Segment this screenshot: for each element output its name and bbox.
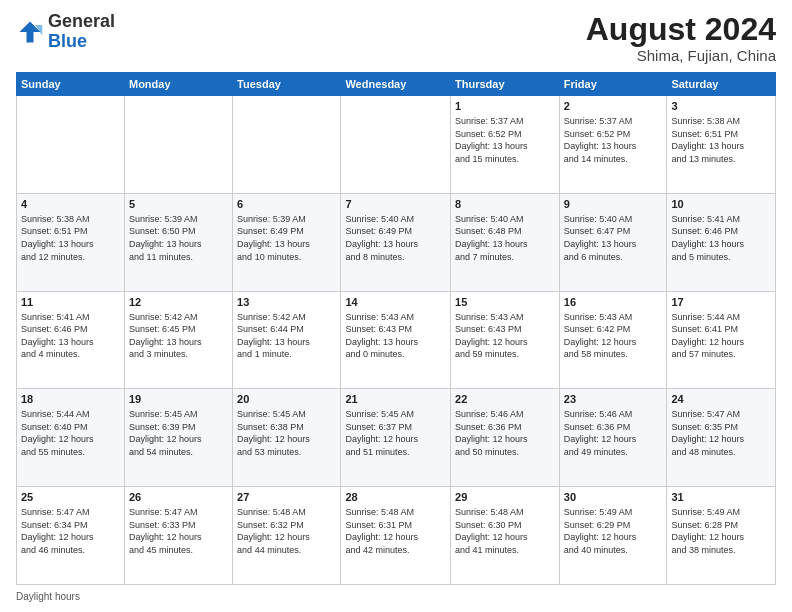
day-info: Sunrise: 5:44 AM Sunset: 6:40 PM Dayligh… bbox=[21, 408, 120, 458]
calendar-cell: 29Sunrise: 5:48 AM Sunset: 6:30 PM Dayli… bbox=[451, 487, 560, 585]
calendar-week-1: 4Sunrise: 5:38 AM Sunset: 6:51 PM Daylig… bbox=[17, 193, 776, 291]
day-info: Sunrise: 5:48 AM Sunset: 6:30 PM Dayligh… bbox=[455, 506, 555, 556]
day-info: Sunrise: 5:43 AM Sunset: 6:43 PM Dayligh… bbox=[345, 311, 446, 361]
day-info: Sunrise: 5:46 AM Sunset: 6:36 PM Dayligh… bbox=[455, 408, 555, 458]
day-number: 27 bbox=[237, 490, 336, 505]
day-info: Sunrise: 5:49 AM Sunset: 6:29 PM Dayligh… bbox=[564, 506, 663, 556]
calendar-cell: 26Sunrise: 5:47 AM Sunset: 6:33 PM Dayli… bbox=[124, 487, 232, 585]
day-number: 24 bbox=[671, 392, 771, 407]
location: Shima, Fujian, China bbox=[586, 47, 776, 64]
svg-marker-0 bbox=[20, 21, 41, 42]
calendar-header-thursday: Thursday bbox=[451, 73, 560, 96]
day-number: 8 bbox=[455, 197, 555, 212]
day-number: 29 bbox=[455, 490, 555, 505]
day-number: 15 bbox=[455, 295, 555, 310]
day-number: 13 bbox=[237, 295, 336, 310]
calendar-cell: 25Sunrise: 5:47 AM Sunset: 6:34 PM Dayli… bbox=[17, 487, 125, 585]
day-number: 30 bbox=[564, 490, 663, 505]
calendar-cell: 17Sunrise: 5:44 AM Sunset: 6:41 PM Dayli… bbox=[667, 291, 776, 389]
logo-text: General Blue bbox=[48, 12, 115, 52]
calendar-cell bbox=[233, 96, 341, 194]
calendar-cell: 14Sunrise: 5:43 AM Sunset: 6:43 PM Dayli… bbox=[341, 291, 451, 389]
daylight-label: Daylight hours bbox=[16, 591, 80, 602]
day-number: 21 bbox=[345, 392, 446, 407]
day-info: Sunrise: 5:43 AM Sunset: 6:43 PM Dayligh… bbox=[455, 311, 555, 361]
day-info: Sunrise: 5:39 AM Sunset: 6:49 PM Dayligh… bbox=[237, 213, 336, 263]
day-number: 9 bbox=[564, 197, 663, 212]
day-info: Sunrise: 5:37 AM Sunset: 6:52 PM Dayligh… bbox=[564, 115, 663, 165]
calendar-cell: 21Sunrise: 5:45 AM Sunset: 6:37 PM Dayli… bbox=[341, 389, 451, 487]
logo: General Blue bbox=[16, 12, 115, 52]
calendar-cell: 20Sunrise: 5:45 AM Sunset: 6:38 PM Dayli… bbox=[233, 389, 341, 487]
day-info: Sunrise: 5:40 AM Sunset: 6:48 PM Dayligh… bbox=[455, 213, 555, 263]
calendar-cell: 27Sunrise: 5:48 AM Sunset: 6:32 PM Dayli… bbox=[233, 487, 341, 585]
day-number: 12 bbox=[129, 295, 228, 310]
day-info: Sunrise: 5:42 AM Sunset: 6:44 PM Dayligh… bbox=[237, 311, 336, 361]
day-info: Sunrise: 5:42 AM Sunset: 6:45 PM Dayligh… bbox=[129, 311, 228, 361]
day-number: 4 bbox=[21, 197, 120, 212]
calendar-week-3: 18Sunrise: 5:44 AM Sunset: 6:40 PM Dayli… bbox=[17, 389, 776, 487]
day-number: 16 bbox=[564, 295, 663, 310]
day-number: 1 bbox=[455, 99, 555, 114]
day-number: 5 bbox=[129, 197, 228, 212]
day-info: Sunrise: 5:43 AM Sunset: 6:42 PM Dayligh… bbox=[564, 311, 663, 361]
day-number: 25 bbox=[21, 490, 120, 505]
day-info: Sunrise: 5:47 AM Sunset: 6:35 PM Dayligh… bbox=[671, 408, 771, 458]
page: General Blue August 2024 Shima, Fujian, … bbox=[0, 0, 792, 612]
day-number: 19 bbox=[129, 392, 228, 407]
calendar-cell: 12Sunrise: 5:42 AM Sunset: 6:45 PM Dayli… bbox=[124, 291, 232, 389]
day-info: Sunrise: 5:48 AM Sunset: 6:31 PM Dayligh… bbox=[345, 506, 446, 556]
day-info: Sunrise: 5:38 AM Sunset: 6:51 PM Dayligh… bbox=[671, 115, 771, 165]
day-info: Sunrise: 5:41 AM Sunset: 6:46 PM Dayligh… bbox=[671, 213, 771, 263]
calendar-cell: 13Sunrise: 5:42 AM Sunset: 6:44 PM Dayli… bbox=[233, 291, 341, 389]
day-number: 20 bbox=[237, 392, 336, 407]
calendar-cell: 5Sunrise: 5:39 AM Sunset: 6:50 PM Daylig… bbox=[124, 193, 232, 291]
day-info: Sunrise: 5:45 AM Sunset: 6:39 PM Dayligh… bbox=[129, 408, 228, 458]
calendar-cell: 24Sunrise: 5:47 AM Sunset: 6:35 PM Dayli… bbox=[667, 389, 776, 487]
calendar-cell: 10Sunrise: 5:41 AM Sunset: 6:46 PM Dayli… bbox=[667, 193, 776, 291]
calendar-cell: 22Sunrise: 5:46 AM Sunset: 6:36 PM Dayli… bbox=[451, 389, 560, 487]
calendar-cell: 30Sunrise: 5:49 AM Sunset: 6:29 PM Dayli… bbox=[559, 487, 667, 585]
calendar-cell: 15Sunrise: 5:43 AM Sunset: 6:43 PM Dayli… bbox=[451, 291, 560, 389]
logo-general: General bbox=[48, 11, 115, 31]
calendar-header-wednesday: Wednesday bbox=[341, 73, 451, 96]
title-block: August 2024 Shima, Fujian, China bbox=[586, 12, 776, 64]
day-number: 23 bbox=[564, 392, 663, 407]
day-info: Sunrise: 5:38 AM Sunset: 6:51 PM Dayligh… bbox=[21, 213, 120, 263]
day-number: 2 bbox=[564, 99, 663, 114]
calendar-cell: 28Sunrise: 5:48 AM Sunset: 6:31 PM Dayli… bbox=[341, 487, 451, 585]
header: General Blue August 2024 Shima, Fujian, … bbox=[16, 12, 776, 64]
calendar-cell: 1Sunrise: 5:37 AM Sunset: 6:52 PM Daylig… bbox=[451, 96, 560, 194]
footer: Daylight hours bbox=[16, 591, 776, 602]
calendar-cell: 16Sunrise: 5:43 AM Sunset: 6:42 PM Dayli… bbox=[559, 291, 667, 389]
calendar-header-row: SundayMondayTuesdayWednesdayThursdayFrid… bbox=[17, 73, 776, 96]
calendar-cell: 7Sunrise: 5:40 AM Sunset: 6:49 PM Daylig… bbox=[341, 193, 451, 291]
month-year: August 2024 bbox=[586, 12, 776, 47]
day-info: Sunrise: 5:48 AM Sunset: 6:32 PM Dayligh… bbox=[237, 506, 336, 556]
day-info: Sunrise: 5:39 AM Sunset: 6:50 PM Dayligh… bbox=[129, 213, 228, 263]
calendar-cell: 6Sunrise: 5:39 AM Sunset: 6:49 PM Daylig… bbox=[233, 193, 341, 291]
day-number: 28 bbox=[345, 490, 446, 505]
calendar-header-sunday: Sunday bbox=[17, 73, 125, 96]
calendar-cell bbox=[341, 96, 451, 194]
day-number: 17 bbox=[671, 295, 771, 310]
calendar-cell bbox=[17, 96, 125, 194]
day-number: 10 bbox=[671, 197, 771, 212]
day-info: Sunrise: 5:40 AM Sunset: 6:47 PM Dayligh… bbox=[564, 213, 663, 263]
calendar-cell: 23Sunrise: 5:46 AM Sunset: 6:36 PM Dayli… bbox=[559, 389, 667, 487]
logo-icon bbox=[16, 18, 44, 46]
calendar-cell: 4Sunrise: 5:38 AM Sunset: 6:51 PM Daylig… bbox=[17, 193, 125, 291]
day-info: Sunrise: 5:47 AM Sunset: 6:33 PM Dayligh… bbox=[129, 506, 228, 556]
calendar-week-2: 11Sunrise: 5:41 AM Sunset: 6:46 PM Dayli… bbox=[17, 291, 776, 389]
day-info: Sunrise: 5:45 AM Sunset: 6:37 PM Dayligh… bbox=[345, 408, 446, 458]
day-info: Sunrise: 5:41 AM Sunset: 6:46 PM Dayligh… bbox=[21, 311, 120, 361]
calendar-cell: 19Sunrise: 5:45 AM Sunset: 6:39 PM Dayli… bbox=[124, 389, 232, 487]
day-number: 11 bbox=[21, 295, 120, 310]
calendar-header-friday: Friday bbox=[559, 73, 667, 96]
calendar-cell: 11Sunrise: 5:41 AM Sunset: 6:46 PM Dayli… bbox=[17, 291, 125, 389]
calendar-table: SundayMondayTuesdayWednesdayThursdayFrid… bbox=[16, 72, 776, 585]
day-info: Sunrise: 5:37 AM Sunset: 6:52 PM Dayligh… bbox=[455, 115, 555, 165]
calendar-cell: 18Sunrise: 5:44 AM Sunset: 6:40 PM Dayli… bbox=[17, 389, 125, 487]
day-number: 14 bbox=[345, 295, 446, 310]
calendar-cell bbox=[124, 96, 232, 194]
